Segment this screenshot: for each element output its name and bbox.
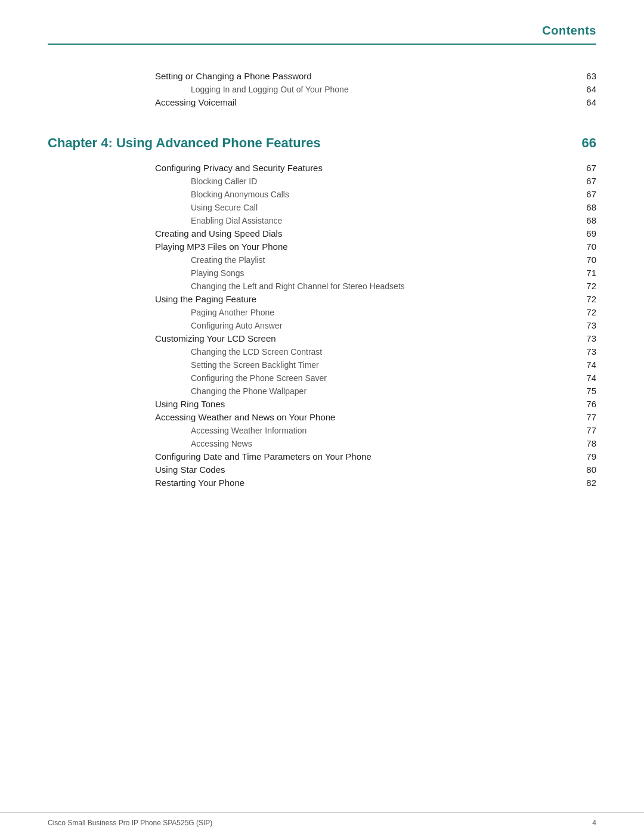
toc-page: 79 bbox=[578, 451, 596, 462]
toc-title: Using the Paging Feature bbox=[155, 294, 578, 304]
toc-entry: Configuring Date and Time Parameters on … bbox=[48, 451, 596, 462]
toc-page: 77 bbox=[578, 412, 596, 422]
toc-page: 64 bbox=[578, 97, 596, 107]
toc-entry: Blocking Anonymous Calls67 bbox=[48, 189, 596, 199]
toc-entry: Using Ring Tones76 bbox=[48, 399, 596, 409]
toc-title: Using Star Codes bbox=[155, 465, 578, 475]
toc-title: Blocking Caller ID bbox=[191, 176, 578, 186]
page-container: Contents Setting or Changing a Phone Pas… bbox=[0, 0, 644, 833]
toc-entry: Accessing Voicemail 64 bbox=[48, 97, 596, 107]
toc-page: 73 bbox=[578, 346, 596, 357]
toc-page: 72 bbox=[578, 281, 596, 291]
toc-entry: Blocking Caller ID67 bbox=[48, 176, 596, 186]
main-content: Setting or Changing a Phone Password 63 … bbox=[0, 45, 644, 527]
footer-page-number: 4 bbox=[592, 819, 596, 827]
toc-title: Using Ring Tones bbox=[155, 399, 578, 409]
toc-entry: Restarting Your Phone82 bbox=[48, 478, 596, 488]
chapter-title: Chapter 4: Using Advanced Phone Features bbox=[48, 135, 321, 151]
toc-title: Creating and Using Speed Dials bbox=[155, 228, 578, 239]
toc-page: 70 bbox=[578, 241, 596, 252]
toc-entry: Customizing Your LCD Screen73 bbox=[48, 333, 596, 343]
toc-entry: Using the Paging Feature72 bbox=[48, 294, 596, 304]
toc-page: 72 bbox=[578, 307, 596, 317]
toc-entry: Configuring the Phone Screen Saver74 bbox=[48, 373, 596, 383]
toc-entry: Creating and Using Speed Dials69 bbox=[48, 228, 596, 239]
toc-entry: Changing the Phone Wallpaper75 bbox=[48, 386, 596, 396]
toc-entry: Accessing News78 bbox=[48, 438, 596, 448]
toc-page: 73 bbox=[578, 333, 596, 343]
toc-page: 68 bbox=[578, 202, 596, 212]
toc-title: Accessing Voicemail bbox=[155, 97, 578, 107]
footer: Cisco Small Business Pro IP Phone SPA525… bbox=[0, 812, 644, 833]
toc-page: 74 bbox=[578, 360, 596, 370]
header: Contents bbox=[0, 0, 644, 44]
toc-entry: Configuring Privacy and Security Feature… bbox=[48, 163, 596, 173]
toc-page: 80 bbox=[578, 465, 596, 475]
toc-page: 67 bbox=[578, 189, 596, 199]
toc-title: Playing MP3 Files on Your Phone bbox=[155, 241, 578, 252]
toc-page: 71 bbox=[578, 268, 596, 278]
toc-entry: Enabling Dial Assistance68 bbox=[48, 215, 596, 225]
toc-entry: Setting the Screen Backlight Timer74 bbox=[48, 360, 596, 370]
toc-title: Accessing Weather Information bbox=[191, 426, 578, 435]
toc-title: Configuring Auto Answer bbox=[191, 321, 578, 330]
footer-product: Cisco Small Business Pro IP Phone SPA525… bbox=[48, 819, 212, 827]
toc-entry: Changing the LCD Screen Contrast73 bbox=[48, 346, 596, 357]
chapter-heading: Chapter 4: Using Advanced Phone Features… bbox=[48, 135, 596, 151]
toc-title: Changing the LCD Screen Contrast bbox=[191, 347, 578, 357]
toc-title: Enabling Dial Assistance bbox=[191, 216, 578, 225]
toc-page: 68 bbox=[578, 215, 596, 225]
toc-entry: Playing MP3 Files on Your Phone70 bbox=[48, 241, 596, 252]
toc-page: 63 bbox=[578, 71, 596, 81]
toc-title: Playing Songs bbox=[191, 268, 578, 278]
toc-entry: Using Star Codes80 bbox=[48, 465, 596, 475]
toc-title: Restarting Your Phone bbox=[155, 478, 578, 488]
toc-title: Setting the Screen Backlight Timer bbox=[191, 360, 578, 370]
toc-title: Configuring the Phone Screen Saver bbox=[191, 373, 578, 383]
toc-entries: Configuring Privacy and Security Feature… bbox=[48, 163, 596, 488]
toc-title: Accessing News bbox=[191, 439, 578, 448]
toc-title: Configuring Privacy and Security Feature… bbox=[155, 163, 578, 173]
toc-page: 70 bbox=[578, 255, 596, 265]
preliminary-entries: Setting or Changing a Phone Password 63 … bbox=[48, 71, 596, 107]
toc-entry: Accessing Weather Information77 bbox=[48, 425, 596, 435]
toc-page: 82 bbox=[578, 478, 596, 488]
toc-page: 72 bbox=[578, 294, 596, 304]
toc-entry: Using Secure Call68 bbox=[48, 202, 596, 212]
toc-title: Accessing Weather and News on Your Phone bbox=[155, 412, 578, 422]
toc-title: Using Secure Call bbox=[191, 203, 578, 212]
toc-page: 76 bbox=[578, 399, 596, 409]
toc-title: Blocking Anonymous Calls bbox=[191, 190, 578, 199]
toc-page: 69 bbox=[578, 228, 596, 239]
toc-entry: Playing Songs71 bbox=[48, 268, 596, 278]
contents-title: Contents bbox=[542, 24, 596, 38]
toc-page: 73 bbox=[578, 320, 596, 330]
toc-title: Paging Another Phone bbox=[191, 308, 578, 317]
toc-page: 64 bbox=[578, 84, 596, 94]
toc-entry: Paging Another Phone72 bbox=[48, 307, 596, 317]
toc-title: Setting or Changing a Phone Password bbox=[155, 71, 578, 81]
toc-entry: Logging In and Logging Out of Your Phone… bbox=[48, 84, 596, 94]
toc-page: 67 bbox=[578, 163, 596, 173]
toc-entry: Changing the Left and Right Channel for … bbox=[48, 281, 596, 291]
toc-entry: Configuring Auto Answer73 bbox=[48, 320, 596, 330]
toc-page: 77 bbox=[578, 425, 596, 435]
toc-page: 74 bbox=[578, 373, 596, 383]
toc-title: Customizing Your LCD Screen bbox=[155, 333, 578, 343]
toc-title: Changing the Left and Right Channel for … bbox=[191, 281, 578, 291]
toc-entry: Accessing Weather and News on Your Phone… bbox=[48, 412, 596, 422]
toc-page: 78 bbox=[578, 438, 596, 448]
toc-title: Creating the Playlist bbox=[191, 255, 578, 265]
toc-title: Changing the Phone Wallpaper bbox=[191, 386, 578, 396]
toc-title: Configuring Date and Time Parameters on … bbox=[155, 451, 578, 462]
toc-entry: Creating the Playlist70 bbox=[48, 255, 596, 265]
toc-entry: Setting or Changing a Phone Password 63 bbox=[48, 71, 596, 81]
chapter-page: 66 bbox=[578, 135, 596, 151]
toc-title: Logging In and Logging Out of Your Phone bbox=[191, 85, 578, 94]
toc-page: 67 bbox=[578, 176, 596, 186]
toc-page: 75 bbox=[578, 386, 596, 396]
